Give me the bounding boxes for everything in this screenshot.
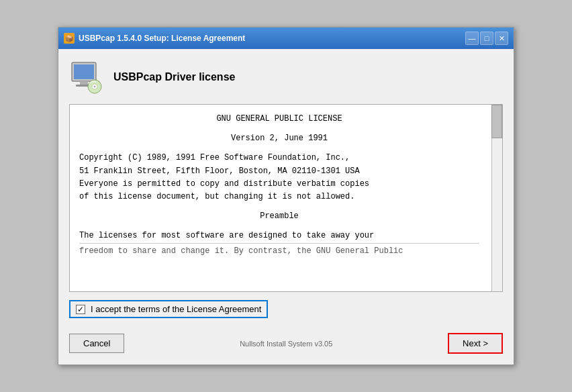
title-controls: — □ ✕ xyxy=(465,32,508,45)
svg-point-6 xyxy=(94,86,96,88)
license-textbox[interactable]: GNU GENERAL PUBLIC LICENSE Version 2, Ju… xyxy=(69,104,503,292)
header-title: USBPcap Driver license xyxy=(113,71,235,83)
license-copyright: Copyright (C) 1989, 1991 Free Software F… xyxy=(79,152,479,203)
license-heading-1: GNU GENERAL PUBLIC LICENSE xyxy=(79,113,479,126)
license-heading-2: Version 2, June 1991 xyxy=(79,132,479,145)
svg-rect-1 xyxy=(74,64,94,79)
close-button[interactable]: ✕ xyxy=(495,32,508,45)
window-title: USBPcap 1.5.4.0 Setup: License Agreement xyxy=(79,34,245,43)
accept-label: I accept the terms of the License Agreem… xyxy=(91,304,261,314)
accept-checkbox[interactable]: ✓ xyxy=(76,305,85,314)
system-label: Nullsoft Install System v3.05 xyxy=(240,340,332,348)
footer: Cancel Nullsoft Install System v3.05 Nex… xyxy=(69,328,503,354)
scrollbar-thumb[interactable] xyxy=(491,105,502,138)
license-preamble-text: The licenses for most software are desig… xyxy=(79,230,479,257)
svg-rect-2 xyxy=(80,81,88,85)
license-scrollbar[interactable] xyxy=(491,105,502,291)
maximize-button[interactable]: □ xyxy=(480,32,493,45)
app-icon: 📦 xyxy=(64,33,75,44)
content-area: USBPcap Driver license GNU GENERAL PUBLI… xyxy=(58,49,514,364)
accept-row[interactable]: ✓ I accept the terms of the License Agre… xyxy=(69,300,268,318)
next-button[interactable]: Next > xyxy=(448,333,503,354)
header-area: USBPcap Driver license xyxy=(69,60,503,95)
cancel-button[interactable]: Cancel xyxy=(69,334,124,353)
footer-left: Cancel xyxy=(69,334,124,353)
main-window: 📦 USBPcap 1.5.4.0 Setup: License Agreeme… xyxy=(58,27,514,365)
license-preamble-title: Preamble xyxy=(79,210,479,223)
minimize-button[interactable]: — xyxy=(465,32,479,45)
license-text: GNU GENERAL PUBLIC LICENSE Version 2, Ju… xyxy=(79,113,493,258)
driver-icon xyxy=(69,60,104,95)
title-bar: 📦 USBPcap 1.5.4.0 Setup: License Agreeme… xyxy=(58,28,514,49)
title-bar-left: 📦 USBPcap 1.5.4.0 Setup: License Agreeme… xyxy=(64,33,245,44)
